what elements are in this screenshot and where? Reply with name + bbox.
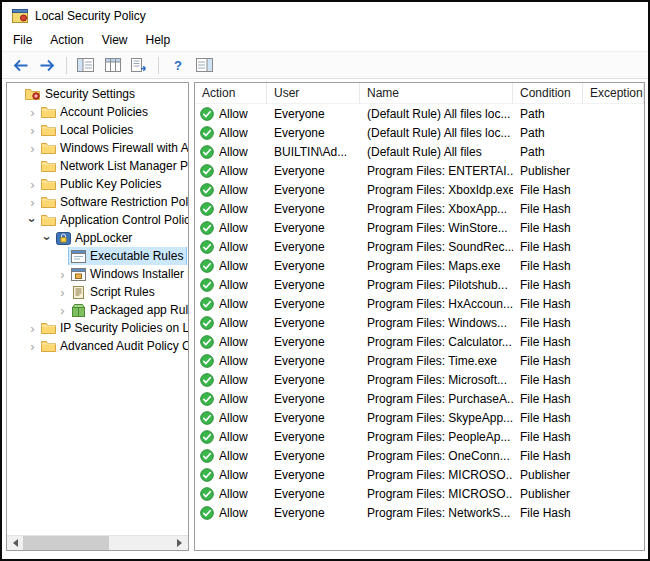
tree-item-packaged-app-rule[interactable]: ›Packaged app Rule xyxy=(7,301,188,319)
forward-button[interactable] xyxy=(35,54,60,77)
name-cell: (Default Rule) All files loc... xyxy=(360,126,513,140)
column-header-name[interactable]: Name xyxy=(360,83,513,104)
rule-row[interactable]: AllowEveryone(Default Rule) All files lo… xyxy=(195,104,644,123)
menu-file[interactable]: File xyxy=(4,30,41,50)
allow-icon xyxy=(200,240,214,254)
expand-chevron-icon[interactable]: › xyxy=(56,268,69,281)
tree-item-ip-security-policies-on-loc[interactable]: ›IP Security Policies on Loc xyxy=(7,319,188,337)
tree-item-windows-firewall-with-adv[interactable]: ›Windows Firewall with Adv xyxy=(7,139,188,157)
tree-item-content: Application Control Polici xyxy=(39,211,188,229)
action-pane-icon xyxy=(196,58,213,72)
tree-item-public-key-policies[interactable]: ›Public Key Policies xyxy=(7,175,188,193)
expand-chevron-icon[interactable]: › xyxy=(26,106,39,119)
rule-row[interactable]: AllowEveryoneProgram Files: Pilotshub...… xyxy=(195,275,644,294)
show-hide-action-pane-button[interactable] xyxy=(192,54,217,77)
rule-row[interactable]: AllowEveryoneProgram Files: HxAccoun...F… xyxy=(195,294,644,313)
exec-rules-icon xyxy=(69,250,87,263)
user-cell: Everyone xyxy=(267,164,360,178)
rule-row[interactable]: AllowEveryoneProgram Files: MICROSO...Pu… xyxy=(195,484,644,503)
rule-row[interactable]: AllowEveryoneProgram Files: MICROSO...Pu… xyxy=(195,465,644,484)
condition-cell: File Hash xyxy=(513,354,583,368)
expand-chevron-icon[interactable]: › xyxy=(26,340,39,353)
tree-item-executable-rules[interactable]: Executable Rules xyxy=(7,247,188,265)
help-button[interactable]: ? xyxy=(165,54,190,77)
rule-row[interactable]: AllowEveryoneProgram Files: OneConn...Fi… xyxy=(195,446,644,465)
tree-item-script-rules[interactable]: ›Script Rules xyxy=(7,283,188,301)
allow-icon xyxy=(200,278,214,292)
rule-row[interactable]: AllowEveryoneProgram Files: XboxIdp.exeF… xyxy=(195,180,644,199)
rule-row[interactable]: AllowEveryoneProgram Files: Time.exeFile… xyxy=(195,351,644,370)
rule-row[interactable]: AllowEveryoneProgram Files: Microsoft...… xyxy=(195,370,644,389)
condition-cell: File Hash xyxy=(513,392,583,406)
properties-button[interactable] xyxy=(100,54,125,77)
back-button[interactable] xyxy=(8,54,33,77)
tree-horizontal-scrollbar[interactable] xyxy=(7,535,188,550)
rule-row[interactable]: AllowEveryoneProgram Files: ENTERTAI...P… xyxy=(195,161,644,180)
rule-row[interactable]: AllowEveryoneProgram Files: Calculator..… xyxy=(195,332,644,351)
tree-item-security-settings[interactable]: Security Settings xyxy=(7,85,188,103)
rule-row[interactable]: AllowEveryoneProgram Files: Windows...Fi… xyxy=(195,313,644,332)
tree-item-network-list-manager-poli[interactable]: Network List Manager Poli xyxy=(7,157,188,175)
expand-chevron-icon[interactable]: › xyxy=(56,286,69,299)
expand-chevron-icon[interactable]: › xyxy=(56,304,69,317)
expand-chevron-icon[interactable]: › xyxy=(26,124,39,137)
expand-chevron-icon[interactable]: › xyxy=(26,142,39,155)
action-cell: Allow xyxy=(195,297,267,311)
rule-row[interactable]: AllowEveryoneProgram Files: SoundRec...F… xyxy=(195,237,644,256)
export-list-button[interactable] xyxy=(127,54,152,77)
menu-view[interactable]: View xyxy=(93,30,137,50)
column-header-exceptions[interactable]: Exceptions xyxy=(583,83,644,104)
rule-row[interactable]: AllowEveryoneProgram Files: SkypeApp...F… xyxy=(195,408,644,427)
rule-row[interactable]: AllowEveryoneProgram Files: PeopleAp...F… xyxy=(195,427,644,446)
column-header-condition[interactable]: Condition xyxy=(513,83,583,104)
rule-row[interactable]: AllowBUILTIN\Ad...(Default Rule) All fil… xyxy=(195,142,644,161)
tree-item-applocker[interactable]: ›AppLocker xyxy=(7,229,188,247)
user-cell: Everyone xyxy=(267,278,360,292)
tree-item-local-policies[interactable]: ›Local Policies xyxy=(7,121,188,139)
action-label: Allow xyxy=(219,126,248,140)
menu-action[interactable]: Action xyxy=(41,30,92,50)
tree-item-application-control-polici[interactable]: ›Application Control Polici xyxy=(7,211,188,229)
applocker-icon xyxy=(54,232,72,245)
action-label: Allow xyxy=(219,449,248,463)
menu-help[interactable]: Help xyxy=(137,30,180,50)
collapse-chevron-icon[interactable]: › xyxy=(26,214,39,227)
expand-chevron-icon[interactable]: › xyxy=(26,178,39,191)
tree-item-content: Advanced Audit Policy Co xyxy=(39,337,188,355)
scroll-track[interactable] xyxy=(23,536,172,550)
allow-icon xyxy=(200,297,214,311)
list-header: ActionUserNameConditionExceptions xyxy=(195,83,644,104)
column-header-user[interactable]: User xyxy=(267,83,360,104)
expand-chevron-icon[interactable]: › xyxy=(26,322,39,335)
folder-icon xyxy=(39,322,57,334)
tree-item-software-restriction-polici[interactable]: ›Software Restriction Polici xyxy=(7,193,188,211)
condition-cell: File Hash xyxy=(513,373,583,387)
name-cell: Program Files: Microsoft... xyxy=(360,373,513,387)
tree-item-advanced-audit-policy-co[interactable]: ›Advanced Audit Policy Co xyxy=(7,337,188,355)
tree-item-content: Software Restriction Polici xyxy=(39,193,188,211)
action-label: Allow xyxy=(219,430,248,444)
tree: Security Settings›Account Policies›Local… xyxy=(7,83,188,535)
column-header-action[interactable]: Action xyxy=(195,83,267,104)
rule-row[interactable]: AllowEveryoneProgram Files: NetworkS...F… xyxy=(195,503,644,522)
show-hide-console-tree-button[interactable] xyxy=(73,54,98,77)
scroll-right-button[interactable] xyxy=(172,536,188,550)
collapse-chevron-icon[interactable]: › xyxy=(41,232,54,245)
name-cell: Program Files: WinStore... xyxy=(360,221,513,235)
folder-icon xyxy=(39,340,57,352)
tree-item-account-policies[interactable]: ›Account Policies xyxy=(7,103,188,121)
scroll-left-button[interactable] xyxy=(7,536,23,550)
rule-row[interactable]: AllowEveryone(Default Rule) All files lo… xyxy=(195,123,644,142)
user-cell: Everyone xyxy=(267,107,360,121)
rule-row[interactable]: AllowEveryoneProgram Files: PurchaseA...… xyxy=(195,389,644,408)
action-cell: Allow xyxy=(195,164,267,178)
rule-row[interactable]: AllowEveryoneProgram Files: Maps.exeFile… xyxy=(195,256,644,275)
action-label: Allow xyxy=(219,107,248,121)
tree-item-windows-installer-r[interactable]: ›Windows Installer R xyxy=(7,265,188,283)
condition-cell: Publisher xyxy=(513,487,583,501)
rule-row[interactable]: AllowEveryoneProgram Files: XboxApp...Fi… xyxy=(195,199,644,218)
expand-chevron-icon[interactable]: › xyxy=(26,196,39,209)
scroll-thumb[interactable] xyxy=(23,536,109,550)
rule-row[interactable]: AllowEveryoneProgram Files: WinStore...F… xyxy=(195,218,644,237)
action-cell: Allow xyxy=(195,240,267,254)
